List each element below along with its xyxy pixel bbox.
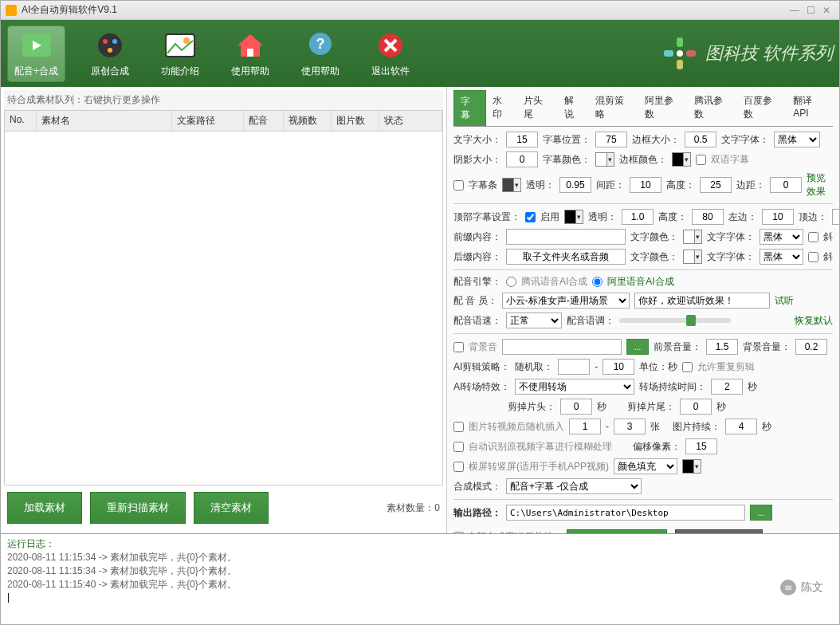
auto-blur-checkbox[interactable] — [453, 442, 464, 452]
tab-baidu-params[interactable]: 百度参数 — [737, 90, 787, 126]
range-a-input[interactable] — [558, 359, 590, 375]
tab-mix-strategy[interactable]: 混剪策略 — [589, 90, 638, 126]
bilingual-checkbox[interactable] — [696, 155, 706, 165]
load-material-button[interactable]: 加载素材 — [7, 492, 82, 524]
tab-translate-api[interactable]: 翻译API — [787, 90, 833, 126]
output-browse-button[interactable]: ... — [750, 505, 772, 521]
tab-features[interactable]: 功能介绍 — [155, 26, 206, 81]
rotate-checkbox[interactable] — [453, 462, 464, 472]
spacing-input[interactable] — [630, 177, 661, 193]
tab-original-compose[interactable]: 原创合成 — [84, 26, 135, 81]
reset-link[interactable]: 恢复默认 — [795, 314, 833, 328]
suffix-color-picker[interactable]: ▾ — [683, 250, 702, 264]
top-height-input[interactable] — [692, 209, 724, 225]
col-videos[interactable]: 视频数 — [284, 111, 332, 131]
rescan-material-button[interactable]: 重新扫描素材 — [90, 492, 186, 524]
voice-tone-slider[interactable] — [619, 318, 731, 323]
question-icon: ? — [304, 29, 336, 61]
tab-tx-params[interactable]: 腾讯参数 — [688, 90, 737, 126]
maximize-button[interactable]: ☐ — [803, 5, 818, 16]
engine-tx-radio[interactable] — [506, 277, 516, 287]
subbar-checkbox[interactable] — [453, 180, 464, 191]
col-no[interactable]: No. — [5, 111, 37, 131]
height-input[interactable] — [700, 177, 732, 193]
border-color-picker[interactable]: ▾ — [672, 152, 691, 167]
suffix-input[interactable] — [506, 249, 626, 265]
prefix-input[interactable] — [506, 229, 626, 245]
left-panel: 待合成素材队列：右键执行更多操作 No. 素材名 文案路径 配音 视频数 图片数… — [1, 87, 447, 533]
tab-exit[interactable]: 退出软件 — [365, 26, 416, 81]
suffix-font-select[interactable]: 黑体 — [760, 249, 803, 265]
subtitle-color-label: 字幕颜色： — [543, 153, 591, 167]
offset-input[interactable] — [685, 438, 717, 454]
tab-help2[interactable]: ? 退出软件 使用帮助 — [295, 26, 346, 81]
minimize-button[interactable]: — — [787, 5, 803, 16]
margin-input[interactable] — [770, 177, 802, 193]
shadow-input[interactable] — [506, 151, 538, 167]
img2vid-checkbox[interactable] — [453, 422, 464, 432]
bgm-path-input[interactable] — [502, 339, 622, 355]
bg-vol-label: 背景音量： — [743, 340, 791, 354]
fill-color-picker[interactable]: ▾ — [682, 459, 701, 474]
cut-head-input[interactable] — [560, 399, 592, 415]
col-name[interactable]: 素材名 — [37, 111, 172, 131]
output-path-input[interactable] — [506, 505, 745, 521]
cut-tail-input[interactable] — [680, 399, 712, 415]
img-dur-input[interactable] — [725, 419, 757, 434]
opacity-input[interactable] — [559, 177, 591, 193]
log-panel: 运行日志： 2020-08-11 11:15:34 -> 素材加载完毕，共{0}… — [1, 533, 839, 603]
sample-text-input[interactable] — [634, 293, 770, 309]
fill-select[interactable]: 颜色填充 — [614, 458, 677, 474]
subtitle-color-picker[interactable]: ▾ — [595, 152, 614, 167]
tab-watermark[interactable]: 水印 — [486, 90, 517, 126]
top-bg-color-picker[interactable]: ▾ — [564, 210, 583, 224]
top-enable-checkbox[interactable] — [525, 212, 536, 222]
cut-tail-label: 剪掉片尾： — [627, 400, 675, 414]
transition-dur-input[interactable] — [711, 379, 743, 395]
prefix-color-picker[interactable]: ▾ — [683, 230, 702, 244]
tab-help[interactable]: 使用帮助 — [225, 26, 276, 81]
subtitle-pos-input[interactable] — [595, 132, 627, 147]
close-button[interactable]: ✕ — [818, 5, 834, 16]
border-size-input[interactable] — [685, 132, 716, 147]
bg-vol-input[interactable] — [795, 339, 827, 355]
preview-link[interactable]: 预览效果 — [807, 171, 833, 199]
font-size-input[interactable] — [506, 132, 538, 147]
tab-subtitle[interactable]: 字幕 — [453, 90, 486, 126]
img-b-input[interactable] — [614, 419, 646, 434]
tab-narration[interactable]: 解说 — [558, 90, 589, 126]
film-icon — [21, 29, 53, 61]
listen-link[interactable]: 试听 — [775, 294, 794, 308]
prefix-italic-checkbox[interactable] — [808, 232, 818, 242]
img-a-input[interactable] — [569, 419, 601, 434]
bgm-checkbox[interactable] — [453, 342, 464, 352]
tab-voice-compose[interactable]: 配音+合成 — [7, 26, 65, 82]
col-images[interactable]: 图片数 — [332, 111, 379, 131]
compose-mode-select[interactable]: 配音+字幕 -仅合成 — [506, 478, 642, 494]
tab-ali-params[interactable]: 阿里参数 — [638, 90, 688, 126]
fg-vol-input[interactable] — [706, 339, 738, 355]
content-area: 待合成素材队列：右键执行更多操作 No. 素材名 文案路径 配音 视频数 图片数… — [1, 87, 839, 533]
border-size-label: 边框大小： — [632, 133, 680, 147]
engine-ali-radio[interactable] — [592, 277, 603, 287]
top-margin-input[interactable] — [832, 209, 839, 225]
table-body[interactable] — [4, 132, 443, 485]
voice-speed-select[interactable]: 正常 — [506, 312, 562, 328]
font-select[interactable]: 黑体 — [774, 132, 820, 147]
top-opacity-input[interactable] — [622, 209, 654, 225]
border-color-label: 边框颜色： — [619, 153, 667, 167]
prefix-font-select[interactable]: 黑体 — [760, 229, 803, 245]
col-voice[interactable]: 配音 — [244, 111, 284, 131]
allow-repeat-checkbox[interactable] — [682, 362, 693, 372]
bgm-browse-button[interactable]: ... — [626, 339, 649, 355]
top-left-input[interactable] — [762, 209, 794, 225]
col-status[interactable]: 状态 — [379, 111, 442, 131]
tab-headtail[interactable]: 片头尾 — [517, 90, 558, 126]
range-b-input[interactable] — [603, 359, 634, 375]
suffix-italic-checkbox[interactable] — [808, 252, 818, 262]
clear-material-button[interactable]: 清空素材 — [194, 492, 269, 524]
transition-select[interactable]: 不使用转场 — [515, 379, 634, 395]
col-path[interactable]: 文案路径 — [172, 111, 244, 131]
voice-actor-select[interactable]: 小云-标准女声-通用场景 — [502, 293, 630, 309]
subbar-color-picker[interactable]: ▾ — [502, 178, 521, 192]
